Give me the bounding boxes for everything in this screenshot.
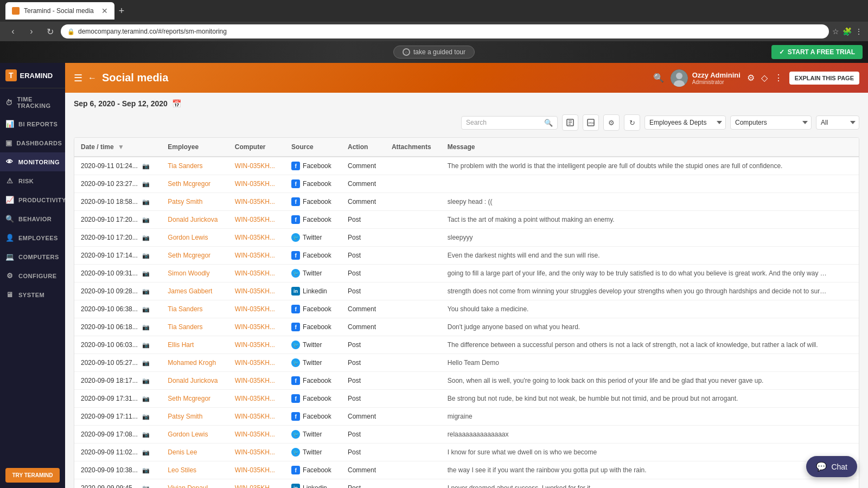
employee-link[interactable]: Mohamed Krogh	[168, 359, 216, 367]
sidebar-item-time-tracking[interactable]: ⏱ TIME TRACKING	[0, 91, 65, 114]
cell-source: 🐦 Twitter	[285, 444, 341, 461]
col-datetime[interactable]: Date / time ▼	[74, 138, 161, 157]
column-settings-button[interactable]: ⚙	[603, 114, 620, 131]
employee-link[interactable]: Gordon Lewis	[168, 431, 208, 438]
new-tab-button[interactable]: +	[119, 5, 125, 17]
notifications-icon[interactable]: ◇	[761, 73, 768, 83]
employee-link[interactable]: Tia Sanders	[168, 305, 202, 313]
bookmark-button[interactable]: ☆	[832, 27, 839, 36]
computer-link[interactable]: WIN-035KH...	[235, 323, 275, 331]
sidebar-item-configure[interactable]: ⚙ CONFIGURE	[0, 266, 65, 285]
employee-link[interactable]: Gordon Lewis	[168, 234, 208, 241]
sidebar-item-behavior[interactable]: 🔍 BEHAVIOR	[0, 209, 65, 228]
sidebar-item-employees[interactable]: 👤 EMPLOYEES	[0, 228, 65, 247]
employee-link[interactable]: Patsy Smith	[168, 413, 202, 420]
employee-link[interactable]: Seth Mcgregor	[168, 180, 210, 188]
cell-message: sleepy head : ((	[441, 193, 859, 211]
employee-link[interactable]: Simon Woodly	[168, 269, 209, 277]
computer-link[interactable]: WIN-035KH...	[235, 484, 275, 488]
computer-link[interactable]: WIN-035KH...	[235, 198, 275, 206]
back-arrow[interactable]: ←	[88, 73, 97, 83]
cell-attachments	[385, 336, 441, 354]
employee-link[interactable]: Tia Sanders	[168, 162, 202, 170]
employee-link[interactable]: Donald Jurickova	[168, 216, 218, 223]
cell-employee: Denis Lee	[161, 444, 228, 461]
cell-message: The problem with the world is that the i…	[441, 157, 859, 175]
computers-filter[interactable]: Computers	[730, 115, 812, 130]
address-bar[interactable]: 🔒 democompany.teramind.co/#/reports/sm-m…	[61, 24, 829, 38]
employee-link[interactable]: Patsy Smith	[168, 198, 202, 206]
sidebar-item-system[interactable]: 🖥 SYSTEM	[0, 285, 65, 304]
computer-link[interactable]: WIN-035KH...	[235, 466, 275, 474]
employee-link[interactable]: James Gabbert	[168, 287, 212, 295]
forward-button[interactable]: ›	[24, 24, 39, 39]
employees-depts-filter[interactable]: Employees & Depts	[644, 115, 726, 130]
cell-computer: WIN-035KH...	[228, 390, 285, 408]
export-pdf-button[interactable]: PDF	[583, 114, 599, 131]
employee-link[interactable]: Tia Sanders	[168, 323, 202, 331]
search-input[interactable]	[466, 119, 542, 126]
more-options-icon[interactable]: ⋮	[774, 73, 783, 83]
user-name: Ozzy Adminini	[692, 71, 741, 79]
refresh-button[interactable]: ↻	[624, 114, 640, 131]
export-csv-button[interactable]	[562, 114, 578, 131]
computer-link[interactable]: WIN-035KH...	[235, 234, 275, 241]
facebook-icon: f	[291, 394, 300, 403]
all-filter[interactable]: All	[816, 115, 859, 130]
sidebar-item-monitoring[interactable]: 👁 MONITORING	[0, 152, 65, 171]
promo-tour[interactable]: ○ take a guided tour	[393, 46, 475, 59]
computer-link[interactable]: WIN-035KH...	[235, 413, 275, 420]
cell-message: Soon, when all is well, you're going to …	[441, 372, 859, 390]
facebook-icon: f	[291, 197, 300, 206]
computer-link[interactable]: WIN-035KH...	[235, 216, 275, 223]
computer-link[interactable]: WIN-035KH...	[235, 252, 275, 259]
sidebar-item-risk[interactable]: ⚠ RISK	[0, 171, 65, 190]
try-teramind-button[interactable]: TRY TERAMIND	[5, 468, 60, 483]
calendar-icon[interactable]: 📅	[172, 99, 181, 108]
employee-link[interactable]: Ellis Hart	[168, 341, 194, 349]
sidebar-item-productivity[interactable]: 📈 PRODUCTIVITY	[0, 190, 65, 209]
cell-computer: WIN-035KH...	[228, 444, 285, 461]
computer-link[interactable]: WIN-035KH...	[235, 162, 275, 170]
computer-link[interactable]: WIN-035KH...	[235, 305, 275, 313]
settings-button[interactable]: ⋮	[855, 27, 863, 36]
extensions-button[interactable]: 🧩	[843, 27, 852, 36]
employee-link[interactable]: Leo Stiles	[168, 466, 196, 474]
computer-link[interactable]: WIN-035KH...	[235, 287, 275, 295]
computer-link[interactable]: WIN-035KH...	[235, 180, 275, 188]
employee-link[interactable]: Seth Mcgregor	[168, 252, 210, 259]
computer-link[interactable]: WIN-035KH...	[235, 269, 275, 277]
computer-link[interactable]: WIN-035KH...	[235, 395, 275, 402]
svg-point-1	[676, 73, 682, 79]
employee-link[interactable]: Seth Mcgregor	[168, 395, 210, 402]
hamburger-menu[interactable]: ☰	[74, 72, 82, 84]
cell-datetime: 2020-09-09 10:38... 📷	[74, 461, 161, 479]
cell-attachments	[385, 461, 441, 479]
settings-icon[interactable]: ⚙	[747, 73, 755, 83]
browser-tab[interactable]: Teramind - Social media ✕	[5, 2, 114, 20]
explain-page-button[interactable]: EXPLAIN THIS PAGE	[789, 72, 859, 85]
start-trial-button[interactable]: START A FREE TRIAL	[771, 45, 863, 59]
table-row: 2020-09-10 17:20... 📷 Donald Jurickova W…	[74, 211, 859, 229]
chat-fab-button[interactable]: 💬 Chat	[806, 456, 857, 477]
sidebar-item-bi-reports[interactable]: 📊 BI REPORTS	[0, 114, 65, 133]
computer-link[interactable]: WIN-035KH...	[235, 377, 275, 384]
sidebar-label-monitoring: MONITORING	[18, 159, 60, 165]
computer-link[interactable]: WIN-035KH...	[235, 341, 275, 349]
employee-link[interactable]: Donald Jurickova	[168, 377, 218, 384]
employee-link[interactable]: Denis Lee	[168, 448, 197, 456]
cell-computer: WIN-035KH...	[228, 157, 285, 175]
cell-message: relaaaaaaaaaaaaaax	[441, 426, 859, 444]
search-submit-button[interactable]: 🔍	[544, 119, 553, 127]
computer-link[interactable]: WIN-035KH...	[235, 448, 275, 456]
sidebar-item-computers[interactable]: 💻 COMPUTERS	[0, 247, 65, 266]
computer-link[interactable]: WIN-035KH...	[235, 359, 275, 367]
computer-link[interactable]: WIN-035KH...	[235, 431, 275, 438]
reload-button[interactable]: ↻	[42, 24, 58, 39]
sidebar-item-dashboards[interactable]: ▣ DASHBOARDS	[0, 133, 65, 152]
productivity-icon: 📈	[5, 196, 14, 204]
back-button[interactable]: ‹	[5, 24, 21, 39]
tab-close[interactable]: ✕	[101, 7, 108, 15]
search-icon[interactable]: 🔍	[653, 73, 664, 83]
employee-link[interactable]: Vivian Depaul	[168, 484, 208, 488]
